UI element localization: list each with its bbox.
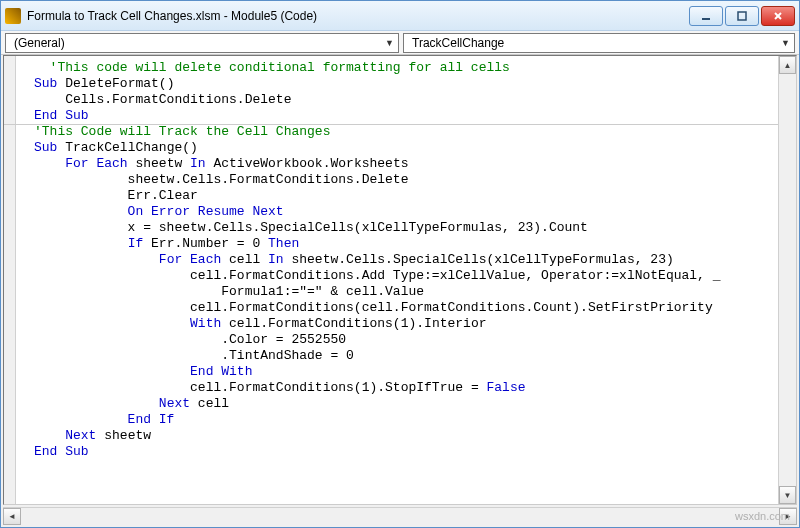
code-line: sheetw.Cells.FormatConditions.Delete	[34, 172, 772, 188]
close-button[interactable]	[761, 6, 795, 26]
window-title: Formula to Track Cell Changes.xlsm - Mod…	[27, 9, 689, 23]
code-line: End Sub	[34, 444, 772, 460]
procedure-dropdown-label: TrackCellChange	[412, 36, 504, 50]
code-line: Next cell	[34, 396, 772, 412]
scroll-up-button[interactable]: ▲	[779, 56, 796, 74]
code-line: Cells.FormatConditions.Delete	[34, 92, 772, 108]
code-line: For Each sheetw In ActiveWorkbook.Worksh…	[34, 156, 772, 172]
code-window: Formula to Track Cell Changes.xlsm - Mod…	[0, 0, 800, 528]
scroll-left-button[interactable]: ◄	[3, 508, 21, 525]
code-line: cell.FormatConditions.Add Type:=xlCellVa…	[34, 268, 772, 284]
code-line: x = sheetw.Cells.SpecialCells(xlCellType…	[34, 220, 772, 236]
watermark: wsxdn.com	[735, 510, 790, 522]
object-dropdown-label: (General)	[14, 36, 65, 50]
code-line: Sub DeleteFormat()	[34, 76, 772, 92]
code-line: 'This code will delete conditional forma…	[34, 60, 772, 76]
dropdown-row: (General) ▼ TrackCellChange ▼	[1, 31, 799, 55]
scroll-down-button[interactable]: ▼	[779, 486, 796, 504]
procedure-dropdown[interactable]: TrackCellChange ▼	[403, 33, 795, 53]
code-line: Sub TrackCellChange()	[34, 140, 772, 156]
chevron-down-icon: ▼	[385, 38, 394, 48]
horizontal-scrollbar[interactable]: ◄ ►	[3, 507, 797, 525]
window-controls	[689, 6, 795, 26]
code-line: cell.FormatConditions(1).StopIfTrue = Fa…	[34, 380, 772, 396]
close-icon	[772, 10, 784, 22]
maximize-button[interactable]	[725, 6, 759, 26]
code-line: Next sheetw	[34, 428, 772, 444]
code-line: .TintAndShade = 0	[34, 348, 772, 364]
code-line: Formula1:="=" & cell.Value	[34, 284, 772, 300]
app-icon	[5, 8, 21, 24]
procedure-separator	[4, 124, 778, 125]
code-line: With cell.FormatConditions(1).Interior	[34, 316, 772, 332]
code-line: .Color = 2552550	[34, 332, 772, 348]
code-line: End With	[34, 364, 772, 380]
svg-rect-1	[738, 12, 746, 20]
scroll-track-h[interactable]	[21, 508, 779, 525]
code-line: End Sub	[34, 108, 772, 124]
code-line: Err.Clear	[34, 188, 772, 204]
chevron-down-icon: ▼	[781, 38, 790, 48]
vertical-scrollbar[interactable]: ▲ ▼	[778, 56, 796, 504]
code-line: For Each cell In sheetw.Cells.SpecialCel…	[34, 252, 772, 268]
code-line: If Err.Number = 0 Then	[34, 236, 772, 252]
minimize-button[interactable]	[689, 6, 723, 26]
code-line: End If	[34, 412, 772, 428]
code-line: cell.FormatConditions(cell.FormatConditi…	[34, 300, 772, 316]
code-area: 'This code will delete conditional forma…	[3, 55, 797, 505]
code-line: 'This Code will Track the Cell Changes	[34, 124, 772, 140]
code-line: On Error Resume Next	[34, 204, 772, 220]
minimize-icon	[700, 10, 712, 22]
maximize-icon	[736, 10, 748, 22]
object-dropdown[interactable]: (General) ▼	[5, 33, 399, 53]
titlebar[interactable]: Formula to Track Cell Changes.xlsm - Mod…	[1, 1, 799, 31]
scroll-track[interactable]	[779, 74, 796, 486]
